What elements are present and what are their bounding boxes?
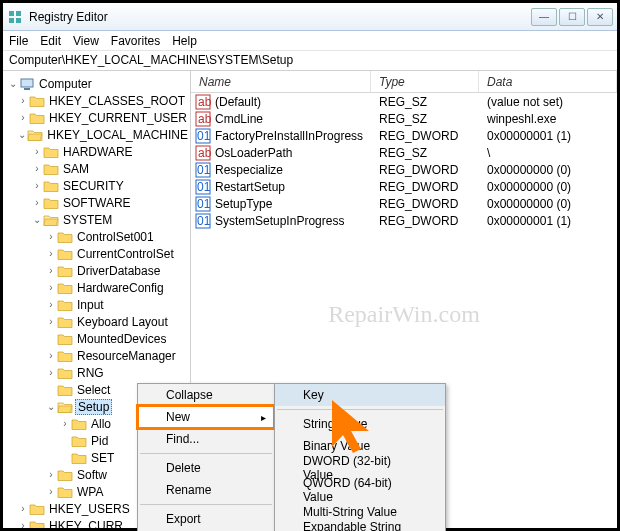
tree-node[interactable]: ›SECURITY bbox=[3, 177, 190, 194]
tree-node[interactable]: ›Input bbox=[3, 296, 190, 313]
menu-label: String Value bbox=[303, 417, 367, 431]
collapse-icon[interactable]: ⌄ bbox=[31, 214, 43, 225]
col-data[interactable]: Data bbox=[479, 71, 617, 92]
folder-icon bbox=[27, 128, 43, 142]
folder-icon bbox=[57, 468, 73, 482]
expand-icon[interactable]: › bbox=[45, 299, 57, 310]
submenu-new: Key String Value Binary Value DWORD (32-… bbox=[274, 383, 446, 531]
menu-string-value[interactable]: String Value bbox=[275, 413, 445, 435]
menu-label: QWORD (64-bit) Value bbox=[303, 476, 421, 504]
expand-icon[interactable]: › bbox=[31, 146, 43, 157]
menu-expandable-string-value[interactable]: Expandable String Value bbox=[275, 523, 445, 531]
submenu-arrow-icon: ▸ bbox=[261, 412, 266, 423]
expand-icon[interactable]: › bbox=[31, 180, 43, 191]
expand-icon[interactable]: › bbox=[31, 163, 43, 174]
svg-rect-6 bbox=[9, 11, 14, 16]
tree-label: SECURITY bbox=[61, 179, 126, 193]
tree-root[interactable]: ⌄Computer bbox=[3, 75, 190, 92]
svg-rect-8 bbox=[9, 18, 14, 23]
tree-node[interactable]: ›Keyboard Layout bbox=[3, 313, 190, 330]
folder-icon bbox=[57, 332, 73, 346]
tree-node[interactable]: ⌄HKEY_LOCAL_MACHINE bbox=[3, 126, 190, 143]
expand-icon[interactable]: › bbox=[45, 350, 57, 361]
minimize-button[interactable]: — bbox=[531, 8, 557, 26]
tree-node[interactable]: ›SOFTWARE bbox=[3, 194, 190, 211]
value-row[interactable]: SetupTypeREG_DWORD0x00000000 (0) bbox=[191, 195, 617, 212]
menu-find[interactable]: Find... bbox=[138, 428, 274, 450]
value-row[interactable]: RestartSetupREG_DWORD0x00000000 (0) bbox=[191, 178, 617, 195]
expand-icon[interactable]: › bbox=[17, 503, 29, 514]
menu-qword-value[interactable]: QWORD (64-bit) Value bbox=[275, 479, 445, 501]
menu-key[interactable]: Key bbox=[275, 384, 445, 406]
expand-icon[interactable]: › bbox=[17, 112, 29, 123]
tree-node[interactable]: ›RNG bbox=[3, 364, 190, 381]
tree-node[interactable]: ›CurrentControlSet bbox=[3, 245, 190, 262]
col-name[interactable]: Name bbox=[191, 71, 371, 92]
tree-node[interactable]: ›SAM bbox=[3, 160, 190, 177]
folder-icon bbox=[29, 502, 45, 516]
expand-icon[interactable]: › bbox=[31, 197, 43, 208]
menu-view[interactable]: View bbox=[73, 34, 99, 48]
value-icon bbox=[195, 196, 211, 212]
expand-icon[interactable]: › bbox=[45, 316, 57, 327]
folder-icon bbox=[57, 485, 73, 499]
tree-label: Setup bbox=[75, 399, 112, 415]
value-row[interactable]: RespecializeREG_DWORD0x00000000 (0) bbox=[191, 161, 617, 178]
expand-icon[interactable]: › bbox=[45, 231, 57, 242]
menu-collapse[interactable]: Collapse bbox=[138, 384, 274, 406]
value-name: Respecialize bbox=[215, 163, 283, 177]
menu-help[interactable]: Help bbox=[172, 34, 197, 48]
close-button[interactable]: ✕ bbox=[587, 8, 613, 26]
folder-icon bbox=[57, 315, 73, 329]
tree-node[interactable]: ›HKEY_CLASSES_ROOT bbox=[3, 92, 190, 109]
tree-node[interactable]: ›ControlSet001 bbox=[3, 228, 190, 245]
expand-icon[interactable]: › bbox=[45, 367, 57, 378]
collapse-icon[interactable]: ⌄ bbox=[45, 401, 57, 412]
collapse-icon[interactable]: ⌄ bbox=[7, 78, 19, 89]
collapse-icon[interactable]: ⌄ bbox=[17, 129, 27, 140]
tree-label: SET bbox=[89, 451, 116, 465]
value-name: CmdLine bbox=[215, 112, 263, 126]
app-icon bbox=[7, 9, 23, 25]
expand-icon[interactable]: › bbox=[45, 486, 57, 497]
tree-node[interactable]: ›ResourceManager bbox=[3, 347, 190, 364]
folder-icon bbox=[57, 298, 73, 312]
expand-icon[interactable]: › bbox=[59, 418, 71, 429]
value-row[interactable]: FactoryPreInstallInProgressREG_DWORD0x00… bbox=[191, 127, 617, 144]
expand-icon[interactable]: › bbox=[17, 520, 29, 528]
tree-node[interactable]: ›HKEY_CURRENT_USER bbox=[3, 109, 190, 126]
menu-rename[interactable]: Rename bbox=[138, 479, 274, 501]
tree-label: SYSTEM bbox=[61, 213, 114, 227]
value-type: REG_DWORD bbox=[371, 180, 479, 194]
expand-icon[interactable]: › bbox=[45, 469, 57, 480]
menu-new[interactable]: New▸ bbox=[138, 406, 274, 428]
menu-file[interactable]: File bbox=[9, 34, 28, 48]
col-type[interactable]: Type bbox=[371, 71, 479, 92]
menu-favorites[interactable]: Favorites bbox=[111, 34, 160, 48]
tree-node[interactable]: ›DriverDatabase bbox=[3, 262, 190, 279]
folder-icon bbox=[57, 281, 73, 295]
value-row[interactable]: (Default)REG_SZ(value not set) bbox=[191, 93, 617, 110]
expand-icon[interactable]: › bbox=[45, 248, 57, 259]
tree-node[interactable]: ›HARDWARE bbox=[3, 143, 190, 160]
tree-node[interactable]: ›HardwareConfig bbox=[3, 279, 190, 296]
menu-export[interactable]: Export bbox=[138, 508, 274, 530]
menu-delete[interactable]: Delete bbox=[138, 457, 274, 479]
expand-icon[interactable]: › bbox=[17, 95, 29, 106]
address-bar[interactable]: Computer\HKEY_LOCAL_MACHINE\SYSTEM\Setup bbox=[3, 51, 617, 71]
folder-icon bbox=[43, 162, 59, 176]
tree-label: DriverDatabase bbox=[75, 264, 162, 278]
expand-icon[interactable]: › bbox=[45, 265, 57, 276]
value-row[interactable]: SystemSetupInProgressREG_DWORD0x00000001… bbox=[191, 212, 617, 229]
value-data: (value not set) bbox=[479, 95, 617, 109]
tree-node[interactable]: MountedDevices bbox=[3, 330, 190, 347]
menu-edit[interactable]: Edit bbox=[40, 34, 61, 48]
tree-node[interactable]: ⌄SYSTEM bbox=[3, 211, 190, 228]
folder-icon bbox=[71, 417, 87, 431]
expand-icon[interactable]: › bbox=[45, 282, 57, 293]
value-row[interactable]: OsLoaderPathREG_SZ\ bbox=[191, 144, 617, 161]
value-row[interactable]: CmdLineREG_SZwinpeshl.exe bbox=[191, 110, 617, 127]
maximize-button[interactable]: ☐ bbox=[559, 8, 585, 26]
menu-label: Delete bbox=[166, 461, 201, 475]
value-icon bbox=[195, 179, 211, 195]
